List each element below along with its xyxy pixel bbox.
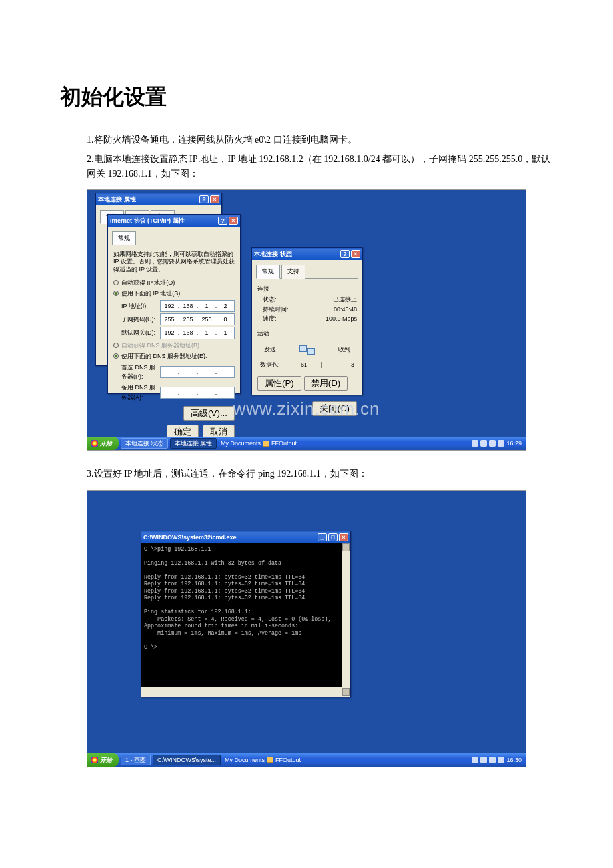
tab-general[interactable]: 常规: [256, 265, 280, 278]
tray-icon[interactable]: [498, 440, 504, 447]
paragraph-3: 3.设置好 IP 地址后，测试连通，在命令行 ping 192.168.1.1，…: [87, 467, 553, 481]
taskbar-item-label: 本地连接 状态: [125, 439, 163, 448]
clock: 16:29: [506, 439, 522, 448]
folder-label: FFOutput: [275, 755, 301, 765]
start-label: 开始: [100, 439, 112, 448]
tray-icon[interactable]: [489, 440, 496, 447]
clock: 16:30: [506, 755, 522, 765]
page-title: 初始化设置: [60, 80, 553, 114]
start-label: 开始: [100, 755, 112, 765]
dns1-input[interactable]: ...: [160, 366, 235, 378]
desktop-folders: My Documents FFOutput: [225, 755, 301, 765]
cmd-window: C:\WINDOWS\system32\cmd.exe _ □ × C:\>pi…: [141, 531, 351, 697]
state-label: 状态:: [263, 295, 303, 304]
gateway-label: 默认网关(D):: [121, 328, 160, 337]
close-icon[interactable]: ×: [339, 533, 348, 541]
speed-label: 速度:: [263, 314, 303, 323]
ip-input[interactable]: 192.168.1.2: [160, 300, 235, 312]
desktop-folders: My Documents FFOutput: [221, 439, 297, 448]
taskbar-item[interactable]: 1 - 画图: [121, 755, 151, 765]
close-icon[interactable]: ×: [210, 195, 219, 203]
start-button[interactable]: 开始: [87, 437, 119, 450]
section-activity: 活动: [257, 329, 357, 338]
option-label: 使用下面的 DNS 服务器地址(E):: [121, 351, 207, 361]
mask-input[interactable]: 255.255.255.0: [160, 313, 235, 325]
taskbar-item[interactable]: 本地连接 属性: [170, 438, 217, 449]
tray-icon[interactable]: [480, 757, 487, 763]
window-title: Internet 协议 (TCP/IP) 属性: [110, 216, 185, 225]
taskbar-item-label: C:\WINDOWS\syste...: [157, 755, 216, 765]
properties-button[interactable]: 属性(P): [257, 376, 301, 391]
folder-label: My Documents: [225, 755, 265, 765]
section-connection: 连接: [257, 284, 357, 293]
sent-label: 发送: [264, 345, 276, 354]
gateway-input[interactable]: 192.168.1.1: [160, 327, 235, 339]
tray-icon[interactable]: [472, 440, 478, 447]
duration-value: 00:45:48: [303, 305, 357, 314]
close-icon[interactable]: ×: [351, 250, 360, 258]
local-connection-status-window: 本地连接 状态 ? × 常规 支持 连接 状态:已连接上 持续时间:00:45:…: [251, 247, 363, 395]
help-button-icon[interactable]: ?: [218, 217, 227, 225]
description-text: 如果网络支持此功能，则可以获取自动指派的 IP 设置。否则，您需要从网络系统管理…: [113, 251, 235, 274]
cmd-title: C:\WINDOWS\system32\cmd.exe: [143, 533, 237, 542]
tray-icon[interactable]: [489, 757, 496, 763]
system-tray: 16:30: [468, 755, 526, 765]
help-button-icon[interactable]: ?: [340, 250, 350, 258]
screenshot-2: C:\WINDOWS\system32\cmd.exe _ □ × C:\>pi…: [87, 490, 526, 767]
disable-button[interactable]: 禁用(D): [304, 376, 348, 391]
scrollbar[interactable]: [342, 543, 350, 696]
option-use-ip[interactable]: 使用下面的 IP 地址(S):: [113, 289, 235, 298]
tray-icon[interactable]: [472, 757, 478, 763]
taskbar-item-label: 1 - 画图: [125, 755, 146, 765]
state-value: 已连接上: [303, 295, 357, 304]
watermark: www.zixin.com.cn: [87, 395, 526, 423]
minimize-icon[interactable]: _: [318, 533, 327, 541]
network-icon: [299, 343, 315, 356]
folder-label: My Documents: [221, 439, 261, 448]
duration-label: 持续时间:: [263, 305, 303, 314]
received-label: 收到: [338, 345, 350, 354]
screenshot-1: 本地连接 属性 ? × 常规 验证 高级 Internet 协议 (TCP/IP…: [87, 189, 526, 451]
packets-label: 数据包:: [260, 360, 289, 369]
option-use-dns[interactable]: 使用下面的 DNS 服务器地址(E):: [113, 351, 235, 361]
speed-value: 100.0 Mbps: [303, 314, 357, 323]
start-button[interactable]: 开始: [87, 753, 119, 767]
taskbar: 开始 本地连接 状态 本地连接 属性 My Documents FFOutput…: [87, 437, 526, 450]
tab-support[interactable]: 支持: [281, 265, 305, 278]
system-tray: 16:29: [468, 439, 526, 448]
folder-icon: [263, 441, 269, 447]
folder-icon: [267, 757, 273, 763]
taskbar: 开始 1 - 画图 C:\WINDOWS\syste... My Documen…: [87, 753, 526, 767]
ip-label: IP 地址(I):: [121, 301, 160, 311]
close-icon[interactable]: ×: [229, 217, 238, 225]
option-label: 自动获得 DNS 服务器地址(B): [121, 341, 199, 350]
cmd-output: C:\>ping 192.168.1.1 Pinging 192.168.1.1…: [141, 543, 350, 687]
window-title: 本地连接 属性: [98, 195, 136, 204]
tray-icon[interactable]: [480, 440, 487, 447]
option-label: 使用下面的 IP 地址(S):: [121, 289, 182, 298]
taskbar-item-label: 本地连接 属性: [175, 439, 213, 448]
window-title: 本地连接 状态: [254, 249, 292, 259]
tray-icon[interactable]: [498, 757, 504, 763]
option-auto-ip[interactable]: 自动获得 IP 地址(O): [113, 278, 235, 287]
packets-sent: 61: [289, 360, 318, 369]
tab-general[interactable]: 常规: [112, 231, 136, 245]
taskbar-item[interactable]: 本地连接 状态: [121, 438, 168, 449]
maximize-icon[interactable]: □: [328, 533, 338, 541]
tcpip-properties-window: Internet 协议 (TCP/IP) 属性 ? × 常规 如果网络支持此功能…: [107, 214, 241, 394]
option-label: 自动获得 IP 地址(O): [121, 278, 175, 287]
packets-recv: 3: [325, 360, 354, 369]
taskbar-item[interactable]: C:\WINDOWS\syste...: [153, 755, 221, 765]
paragraph-2: 2.电脑本地连接设置静态 IP 地址，IP 地址 192.168.1.2（在 1…: [87, 152, 553, 182]
option-auto-dns: 自动获得 DNS 服务器地址(B): [113, 341, 235, 350]
folder-label: FFOutput: [271, 439, 297, 448]
help-button-icon[interactable]: ?: [199, 195, 209, 203]
paragraph-1: 1.将防火墙设备通电，连接网线从防火墙 e0\2 口连接到电脑网卡。: [87, 133, 553, 147]
mask-label: 子网掩码(U):: [121, 315, 160, 324]
dns1-label: 首选 DNS 服务器(P):: [121, 363, 160, 382]
